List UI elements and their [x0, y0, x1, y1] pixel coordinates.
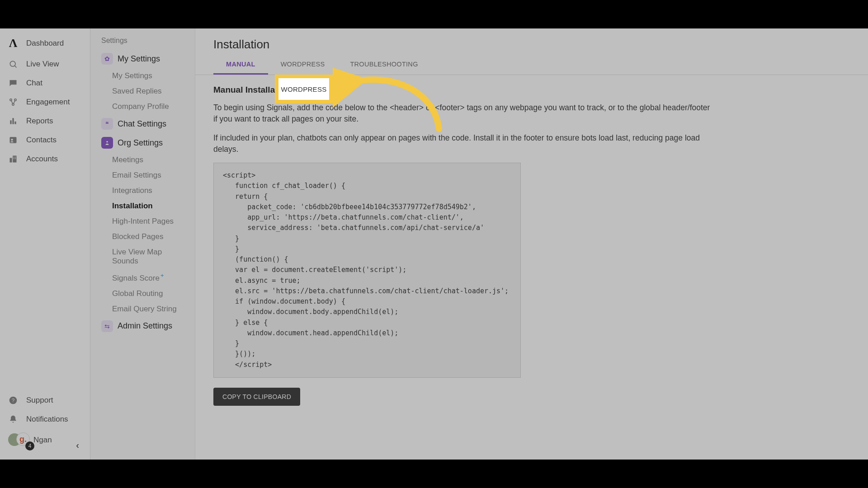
- nav-label: Contacts: [26, 136, 57, 145]
- paragraph-2: If included in your plan, chatbots can o…: [213, 132, 711, 155]
- admin-icon: ⇆: [101, 320, 113, 332]
- sub-my-settings[interactable]: My Settings: [90, 68, 195, 84]
- settings-nav: Settings ✿ My Settings My Settings Saved…: [90, 28, 195, 460]
- engagement-icon: [8, 97, 18, 107]
- accounts-icon: [8, 154, 18, 164]
- sub-meetings[interactable]: Meetings: [90, 152, 195, 168]
- tab-wordpress[interactable]: WORDPRESS: [268, 55, 338, 75]
- nav-label: Live View: [26, 60, 59, 69]
- sub-global-routing[interactable]: Global Routing: [90, 286, 195, 301]
- nav-support[interactable]: ? Support: [0, 391, 90, 410]
- svg-rect-5: [12, 118, 14, 124]
- svg-rect-10: [15, 157, 16, 158]
- settings-heading: Settings: [90, 37, 195, 49]
- nav-label: Notifications: [26, 415, 68, 424]
- settings-section-my[interactable]: ✿ My Settings: [90, 49, 195, 68]
- nav-label: Accounts: [26, 155, 58, 164]
- nav-notifications[interactable]: Notifications: [0, 410, 90, 429]
- install-tabs: MANUAL WORDPRESS TROUBLESHOOTING: [195, 55, 868, 75]
- nav-label: Support: [26, 396, 53, 405]
- sub-map-sounds[interactable]: Live View Map Sounds: [90, 244, 195, 269]
- sub-label: Signals Score: [112, 274, 160, 282]
- sub-high-intent[interactable]: High-Intent Pages: [90, 214, 195, 229]
- svg-point-8: [11, 139, 13, 141]
- svg-rect-12: [15, 158, 16, 159]
- chat-settings-icon: ❝: [101, 118, 113, 130]
- tab-troubleshooting[interactable]: TROUBLESHOOTING: [337, 55, 430, 75]
- sub-installation[interactable]: Installation: [90, 198, 195, 214]
- app-stage: Λ Dashboard Live View Chat Engagement: [0, 28, 868, 460]
- nav-chat[interactable]: Chat: [0, 74, 90, 93]
- code-snippet[interactable]: <script> function cf_chat_loader() { ret…: [213, 163, 521, 378]
- svg-point-15: [106, 141, 108, 143]
- settings-section-admin[interactable]: ⇆ Admin Settings: [90, 317, 195, 336]
- sub-company-profile[interactable]: Company Profile: [90, 99, 195, 114]
- user-name: Ngan: [33, 436, 52, 445]
- reports-icon: [8, 116, 18, 126]
- collapse-nav-icon[interactable]: ‹: [76, 440, 79, 450]
- nav-accounts[interactable]: Accounts: [0, 150, 90, 169]
- nav-label: Dashboard: [26, 39, 64, 48]
- nav-contacts[interactable]: Contacts: [0, 131, 90, 150]
- notification-badge: 4: [25, 441, 34, 450]
- nav-reports[interactable]: Reports: [0, 112, 90, 131]
- section-label: Org Settings: [118, 138, 163, 148]
- primary-nav: Λ Dashboard Live View Chat Engagement: [0, 28, 90, 460]
- sub-email-settings[interactable]: Email Settings: [90, 168, 195, 183]
- help-icon: ?: [8, 395, 18, 405]
- settings-section-org[interactable]: Org Settings: [90, 133, 195, 152]
- svg-rect-6: [14, 122, 16, 124]
- nav-label: Chat: [26, 79, 42, 88]
- section-label: My Settings: [118, 54, 160, 64]
- section-label: Chat Settings: [118, 119, 166, 129]
- nav-label: Engagement: [26, 98, 70, 107]
- nav-label: Reports: [26, 117, 53, 126]
- svg-rect-4: [10, 120, 11, 124]
- contacts-icon: [8, 135, 18, 145]
- sub-saved-replies[interactable]: Saved Replies: [90, 84, 195, 99]
- page-title: Installation: [213, 38, 850, 52]
- org-icon: [101, 137, 113, 149]
- settings-section-chat[interactable]: ❝ Chat Settings: [90, 114, 195, 133]
- nav-engagement[interactable]: Engagement: [0, 93, 90, 112]
- nav-dashboard[interactable]: Λ Dashboard: [0, 32, 90, 55]
- highlight-label: WORDPRESS: [281, 85, 326, 93]
- annotation-highlight-wordpress: WORDPRESS: [275, 75, 333, 103]
- avatar-stack: g. 4: [8, 432, 28, 448]
- svg-text:?: ?: [12, 397, 15, 403]
- chat-icon: [8, 78, 18, 88]
- tab-manual[interactable]: MANUAL: [213, 55, 268, 75]
- paragraph-1: To begin using Signals, add the code bel…: [213, 102, 711, 124]
- sub-signals-score[interactable]: Signals Score+: [90, 269, 195, 286]
- sub-email-query[interactable]: Email Query String: [90, 301, 195, 317]
- plus-badge: +: [160, 272, 164, 279]
- sub-integrations[interactable]: Integrations: [90, 183, 195, 198]
- svg-point-0: [10, 61, 15, 66]
- logo-icon: Λ: [8, 37, 18, 50]
- liveview-icon: [8, 59, 18, 69]
- svg-rect-9: [14, 157, 14, 158]
- sub-blocked-pages[interactable]: Blocked Pages: [90, 229, 195, 244]
- section-label: Admin Settings: [118, 321, 172, 331]
- bell-icon: [8, 414, 18, 424]
- gear-icon: ✿: [101, 53, 113, 65]
- copy-to-clipboard-button[interactable]: COPY TO CLIPBOARD: [213, 388, 300, 406]
- nav-live-view[interactable]: Live View: [0, 55, 90, 74]
- svg-rect-11: [14, 158, 14, 159]
